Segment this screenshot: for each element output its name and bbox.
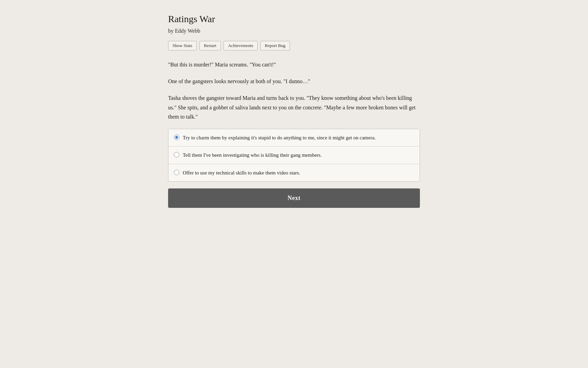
page-container: Ratings War by Eddy Webb Show Stats Rest… <box>161 0 427 228</box>
choice-text-2: Tell them I've been investigating who is… <box>183 151 322 159</box>
show-stats-button[interactable]: Show Stats <box>168 41 197 50</box>
choice-text-1: Try to charm them by explaining it's stu… <box>183 134 376 142</box>
author-label: by Eddy Webb <box>168 28 420 34</box>
radio-button-3[interactable] <box>174 170 179 175</box>
radio-button-1[interactable] <box>174 135 179 140</box>
radio-button-2[interactable] <box>174 152 179 157</box>
story-paragraph-3: Tasha shoves the gangster toward Maria a… <box>168 93 420 121</box>
restart-button[interactable]: Restart <box>199 41 221 50</box>
toolbar: Show Stats Restart Achievements Report B… <box>168 41 420 50</box>
choice-item-2[interactable]: Tell them I've been investigating who is… <box>168 147 420 164</box>
choice-item-3[interactable]: Offer to use my technical skills to make… <box>168 164 420 182</box>
achievements-button[interactable]: Achievements <box>224 41 258 50</box>
story-paragraph-1: "But this is murder!" Maria screams. "Yo… <box>168 60 420 69</box>
choice-item-1[interactable]: Try to charm them by explaining it's stu… <box>168 129 420 147</box>
choice-text-3: Offer to use my technical skills to make… <box>183 169 300 177</box>
page-title: Ratings War <box>168 14 420 25</box>
story-paragraph-2: One of the gangsters looks nervously at … <box>168 77 420 86</box>
choices-container: Try to charm them by explaining it's stu… <box>168 129 420 182</box>
next-button[interactable]: Next <box>168 188 420 208</box>
report-bug-button[interactable]: Report Bug <box>260 41 290 50</box>
